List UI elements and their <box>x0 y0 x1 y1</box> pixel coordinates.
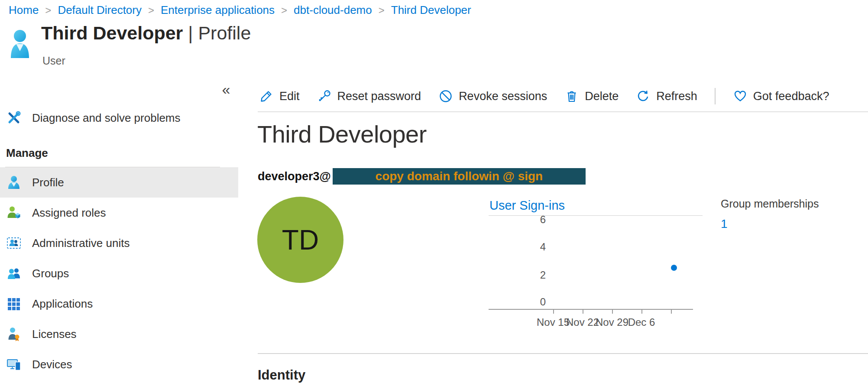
reset-password-button[interactable]: Reset password <box>317 89 421 104</box>
breadcrumb-separator: > <box>45 4 51 16</box>
y-axis-tick: 2 <box>528 269 546 281</box>
sidebar-item-administrative-units[interactable]: Administrative units <box>0 228 238 258</box>
upn-row: developer3@ copy domain followin @ sign <box>258 168 586 185</box>
group-memberships-block: Group memberships 1 <box>721 198 819 231</box>
user-avatar-icon <box>10 29 30 58</box>
breadcrumb-dbt-cloud-demo[interactable]: dbt-cloud-demo <box>294 3 372 17</box>
azure-user-profile-page: Home > Default Directory > Enterprise ap… <box>0 0 868 383</box>
x-axis-tickmark <box>612 310 613 314</box>
feedback-label: Got feedback? <box>753 90 829 103</box>
chevron-double-left-icon: « <box>222 81 230 98</box>
group-memberships-label: Group memberships <box>721 198 819 210</box>
refresh-icon <box>636 89 651 104</box>
x-axis-line <box>489 309 693 310</box>
x-axis-label: Nov 22 <box>566 316 599 328</box>
x-axis-tickmark <box>641 310 642 314</box>
breadcrumb-home[interactable]: Home <box>9 3 39 17</box>
user-sign-ins-chart: User Sign-ins 6 4 2 0 Nov 15 Nov 22 Nov … <box>489 198 707 341</box>
sidebar-item-label: Applications <box>32 297 93 311</box>
page-title-divider: | <box>188 23 193 43</box>
block-icon <box>438 89 453 104</box>
group-memberships-count-link[interactable]: 1 <box>721 217 819 231</box>
y-axis-tick: 6 <box>528 214 546 226</box>
breadcrumb-third-developer[interactable]: Third Developer <box>391 3 471 17</box>
breadcrumb-separator: > <box>379 4 385 16</box>
identity-section-heading: Identity <box>258 367 305 383</box>
sidebar-item-groups[interactable]: Groups <box>0 258 238 289</box>
devices-icon <box>6 357 22 372</box>
key-icon <box>317 89 332 104</box>
command-bar: Edit Reset password Revoke sessions <box>259 85 829 107</box>
page-title-name: Third Developer <box>41 23 183 43</box>
x-axis-tickmark <box>671 310 672 314</box>
y-axis-tick: 4 <box>528 241 546 253</box>
breadcrumb-separator: > <box>281 4 287 16</box>
revoke-sessions-button[interactable]: Revoke sessions <box>438 89 547 104</box>
toolbar-divider <box>258 111 868 112</box>
refresh-label: Refresh <box>656 90 697 103</box>
x-axis-tickmark <box>583 310 583 314</box>
y-axis-tick: 0 <box>528 296 546 308</box>
heart-icon <box>733 89 748 104</box>
edit-button[interactable]: Edit <box>259 89 300 104</box>
sidebar-item-profile[interactable]: Profile <box>0 167 238 198</box>
x-axis-tickmark <box>553 310 554 314</box>
avatar: TD <box>257 197 343 283</box>
breadcrumb-enterprise-applications[interactable]: Enterprise applications <box>161 3 275 17</box>
revoke-sessions-label: Revoke sessions <box>459 90 547 103</box>
delete-button[interactable]: Delete <box>564 89 619 104</box>
toolbar-separator <box>715 88 716 104</box>
upn-prefix: developer3@ <box>258 170 331 183</box>
x-axis-label: Nov 15 <box>537 316 570 328</box>
trash-icon <box>564 89 579 104</box>
sidebar-item-label: Administrative units <box>32 237 130 250</box>
sidebar-item-licenses[interactable]: Licenses <box>0 319 238 349</box>
delete-label: Delete <box>585 90 619 103</box>
breadcrumb-default-directory[interactable]: Default Directory <box>58 3 142 17</box>
sidebar-item-assigned-roles[interactable]: Assigned roles <box>0 198 238 228</box>
refresh-button[interactable]: Refresh <box>636 89 697 104</box>
domain-redaction-sticker: copy domain followin @ sign <box>333 168 586 185</box>
tools-icon <box>6 110 22 126</box>
chart-title-underline <box>489 215 703 216</box>
x-axis-label: Dec 6 <box>628 316 655 328</box>
sidebar-collapse-button[interactable]: « <box>217 80 236 99</box>
sidebar-item-diagnose[interactable]: Diagnose and solve problems <box>0 103 238 133</box>
edit-label: Edit <box>279 90 300 103</box>
page-subtitle: User <box>42 55 65 67</box>
sidebar-item-label: Groups <box>32 267 69 280</box>
pencil-icon <box>259 89 274 104</box>
sidebar-item-devices[interactable]: Devices <box>0 349 238 380</box>
feedback-button[interactable]: Got feedback? <box>733 89 829 104</box>
avatar-initials: TD <box>282 224 319 256</box>
page-title: Third Developer | Profile <box>41 23 251 44</box>
person-icon <box>6 175 22 190</box>
reset-password-label: Reset password <box>337 90 421 103</box>
user-display-name: Third Developer <box>257 120 427 148</box>
signin-dot <box>671 265 677 271</box>
person-cube-icon <box>6 205 22 221</box>
x-axis-label: Nov 29 <box>596 316 628 328</box>
license-icon <box>6 326 22 342</box>
admin-units-icon <box>6 235 22 251</box>
breadcrumb-separator: > <box>148 4 154 16</box>
sidebar-item-applications[interactable]: Applications <box>0 289 238 319</box>
section-divider <box>258 353 868 354</box>
sidebar-item-label: Diagnose and solve problems <box>32 111 181 125</box>
sidebar-item-label: Licenses <box>32 328 77 341</box>
groups-icon <box>6 266 22 281</box>
breadcrumb: Home > Default Directory > Enterprise ap… <box>9 3 471 17</box>
sidebar-item-label: Profile <box>32 176 64 189</box>
sidebar-item-label: Assigned roles <box>32 206 106 220</box>
sidebar-item-label: Devices <box>32 358 72 371</box>
page-title-section: Profile <box>198 23 251 43</box>
grid-icon <box>6 296 22 312</box>
sidebar-section-manage: Manage <box>0 143 238 162</box>
redaction-text: copy domain followin @ sign <box>376 169 543 183</box>
sidebar: Diagnose and solve problems Manage Profi… <box>0 103 238 380</box>
chart-title-link[interactable]: User Sign-ins <box>489 198 565 213</box>
